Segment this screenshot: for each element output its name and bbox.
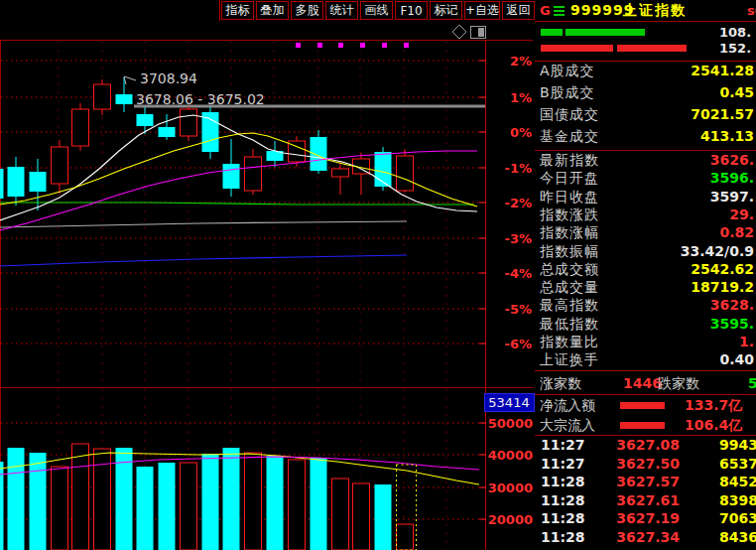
- flow-value: 106.4亿: [685, 417, 742, 435]
- volume-bar-up: [353, 483, 370, 550]
- vol-axis-label: 20000: [488, 512, 533, 527]
- info-label: 指数涨跌: [540, 206, 599, 224]
- info-label: 指数振幅: [540, 243, 599, 261]
- info-value: 3628.: [710, 297, 754, 313]
- info-value: 18719.2: [691, 279, 754, 295]
- tick-price: 3627.34: [614, 529, 680, 545]
- stock-app-window: 指标叠加多股统计画线F10标记+自选返回 2%1%0%-1%-2%-3%-4%-…: [0, 0, 756, 550]
- candle-up: [245, 157, 262, 191]
- flow-value: 133.7亿: [685, 397, 742, 415]
- pct-axis-label: 1%: [510, 90, 532, 105]
- info-row: A股成交2541.28: [535, 63, 756, 84]
- volume-bar-down: [159, 463, 176, 550]
- tick-row[interactable]: 11:273627.506537: [535, 456, 756, 474]
- info-row: 今日开盘3596.: [535, 170, 756, 188]
- tick-row[interactable]: 11:283627.578452: [535, 474, 756, 491]
- quote-panel: G 999999 上证指数 s0 108.152.A股成交2541.28B股成交…: [535, 0, 756, 550]
- separator-line: [535, 435, 756, 436]
- tick-time: 11:28: [541, 492, 585, 508]
- strength-bar-down: [617, 45, 687, 52]
- info-row: 最高指数3628.: [535, 297, 756, 315]
- strength-bar-up: [541, 29, 563, 36]
- annotation-arrow: [124, 76, 136, 84]
- info-value: 3626.: [710, 152, 754, 168]
- vol-axis-label: 30000: [488, 481, 533, 495]
- info-value: 1.: [739, 334, 754, 349]
- tick-volume: 7063: [719, 510, 756, 526]
- info-row: 最低指数3595.: [535, 316, 756, 334]
- flow-label: 净流入额: [540, 397, 595, 415]
- decliners-count: 5: [748, 375, 756, 391]
- tick-price: 3627.61: [614, 492, 680, 508]
- info-label: 指数量比: [540, 334, 599, 351]
- vol-axis-label: 40000: [488, 448, 533, 463]
- tick-row[interactable]: 11:283627.348436: [535, 529, 756, 547]
- info-label: A股成交: [540, 63, 595, 80]
- info-row: 昨日收盘3597.: [535, 189, 756, 206]
- annotation-high: 3708.94: [140, 70, 197, 86]
- info-label: 总成交额: [540, 261, 599, 279]
- tick-time: 11:28: [541, 529, 585, 545]
- info-label: 最低指数: [540, 316, 599, 334]
- candle-down: [202, 112, 219, 152]
- clipped-right-text: s0: [747, 3, 756, 18]
- volume-bar-up: [289, 460, 306, 550]
- info-value: 3596.: [710, 170, 754, 186]
- info-row: B股成交0.45: [535, 84, 756, 106]
- tick-volume: 8452: [719, 474, 756, 489]
- tick-time: 11:28: [541, 474, 585, 489]
- info-value: 0.40: [719, 351, 754, 367]
- signal-dot: [317, 43, 322, 48]
- info-label: B股成交: [540, 84, 595, 102]
- info-label: 最高指数: [540, 297, 599, 315]
- signal-dot: [382, 43, 387, 48]
- vol-axis-label: 50000: [488, 416, 533, 431]
- pct-axis-label: -3%: [505, 231, 532, 246]
- volume-bar-up: [397, 524, 414, 550]
- link-group-badge[interactable]: G: [540, 3, 551, 18]
- stock-name[interactable]: 上证指数: [623, 2, 687, 20]
- volume-bar-down: [30, 453, 47, 550]
- tick-price: 3627.57: [614, 474, 680, 489]
- menu-icon[interactable]: [554, 6, 565, 18]
- tick-row[interactable]: 11:283627.197063: [535, 510, 756, 528]
- info-value: 0.45: [719, 84, 754, 100]
- pct-axis-label: 0%: [510, 125, 532, 140]
- volume-bar-down: [375, 484, 392, 550]
- flow-bar: [620, 422, 665, 429]
- signal-dot: [338, 43, 343, 48]
- volume-bar-up: [332, 479, 349, 550]
- pct-axis-label: -5%: [505, 302, 532, 317]
- diamond-icon[interactable]: [452, 25, 466, 39]
- separator-line: [535, 394, 756, 395]
- tick-row[interactable]: 11:273627.089943: [535, 437, 756, 455]
- chart-canvas[interactable]: 2%1%0%-1%-2%-3%-4%-5%-6%5000040000300002…: [0, 0, 536, 550]
- signal-dot: [296, 43, 301, 48]
- info-row: 指数量比1.: [535, 334, 756, 351]
- strength-bar-up: [566, 29, 645, 36]
- volume-bar-down: [202, 454, 219, 550]
- info-row: 指数振幅33.42/0.9: [535, 243, 756, 261]
- info-label: 指数涨幅: [540, 224, 599, 242]
- info-row: 上证换手0.40: [535, 351, 756, 369]
- info-value: 33.42/0.9: [681, 243, 754, 259]
- decliners-label: 跌家数: [658, 375, 699, 393]
- volume-bar-down: [267, 456, 284, 550]
- flow-bar: [620, 402, 665, 409]
- info-row: 总成交额2542.62: [535, 261, 756, 279]
- flow-label: 大宗流入: [540, 417, 595, 435]
- info-label: 昨日收盘: [540, 189, 599, 206]
- candle-down: [137, 114, 154, 126]
- separator-line: [535, 61, 756, 62]
- separator-line: [535, 21, 756, 22]
- tick-time: 11:27: [541, 456, 585, 472]
- tick-row[interactable]: 11:283627.618398: [535, 492, 756, 510]
- candle-down: [30, 172, 47, 192]
- quote-header: G 999999 上证指数 s0: [535, 0, 756, 21]
- tick-time: 11:28: [541, 510, 585, 526]
- info-value: 0.82: [719, 224, 754, 240]
- candle-down: [116, 94, 133, 104]
- info-value: 3595.: [710, 316, 754, 332]
- info-row: 国债成交7021.57: [535, 106, 756, 128]
- info-label: 总成交量: [540, 279, 599, 297]
